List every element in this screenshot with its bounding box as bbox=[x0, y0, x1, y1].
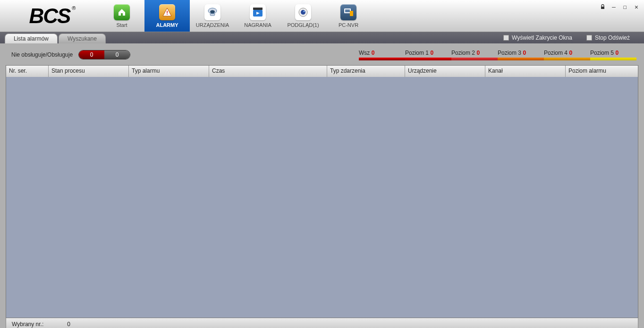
checkbox-icon bbox=[503, 35, 509, 41]
svg-rect-12 bbox=[601, 7, 604, 9]
home-icon bbox=[114, 4, 130, 20]
selected-label: Wybrany nr.: bbox=[12, 321, 43, 328]
alert-icon: ! bbox=[159, 4, 175, 20]
tab-wyszukane[interactable]: Wyszukane bbox=[59, 34, 106, 43]
svg-rect-11 bbox=[350, 11, 353, 16]
svg-point-7 bbox=[301, 10, 305, 15]
svg-rect-4 bbox=[253, 8, 263, 10]
level-4[interactable]: Poziom 4 0 bbox=[544, 50, 590, 60]
handle-toggle[interactable]: 0 0 bbox=[78, 50, 130, 59]
window-controls: — ☐ ✕ bbox=[599, 3, 640, 10]
col-typ-zdarzenia[interactable]: Typ zdarzenia bbox=[327, 66, 405, 77]
maximize-icon[interactable]: ☐ bbox=[621, 3, 629, 10]
level-3[interactable]: Poziom 3 0 bbox=[498, 50, 544, 60]
level-all-value: 0 bbox=[372, 50, 375, 56]
option-stop-label: Stop Odśwież bbox=[595, 34, 630, 41]
content-area: Nie obsługuje/Obsługuje 0 0 Wsz 0 Poziom… bbox=[0, 43, 644, 328]
nav-podglad-label: PODGLĄD(1) bbox=[287, 22, 319, 28]
col-typ-alarmu[interactable]: Typ alarmu bbox=[129, 66, 209, 77]
level-bar-icon bbox=[498, 58, 544, 60]
level-1[interactable]: Poziom 1 0 bbox=[405, 50, 451, 60]
selected-value: 0 bbox=[67, 321, 70, 328]
level-bar-icon bbox=[590, 58, 636, 60]
nav-alarmy[interactable]: ! ALARMY bbox=[144, 0, 190, 32]
svg-rect-3 bbox=[210, 14, 215, 16]
minimize-icon[interactable]: — bbox=[610, 3, 618, 10]
brand-logo: BCS ® bbox=[0, 0, 99, 32]
main-nav: Start ! ALARMY URZĄDZENIA NAGRANIA PODGL… bbox=[99, 0, 371, 32]
registered-icon: ® bbox=[72, 5, 75, 11]
handle-count-handled: 0 bbox=[104, 50, 130, 59]
level-2-label: Poziom 2 bbox=[451, 50, 475, 56]
nav-podglad[interactable]: PODGLĄD(1) bbox=[280, 0, 326, 32]
table-header: Nr. ser. Stan procesu Typ alarmu Czas Ty… bbox=[6, 66, 638, 77]
svg-point-8 bbox=[304, 10, 305, 12]
option-cover-label: Wyświetl Zakrycie Okna bbox=[512, 34, 572, 41]
checkbox-icon bbox=[586, 35, 592, 41]
level-all-label: Wsz bbox=[359, 50, 370, 56]
camera-icon bbox=[204, 4, 220, 20]
col-kanal[interactable]: Kanał bbox=[485, 66, 566, 77]
col-stan-procesu[interactable]: Stan procesu bbox=[49, 66, 129, 77]
option-cover-window[interactable]: Wyświetl Zakrycie Okna bbox=[503, 34, 572, 41]
level-1-label: Poziom 1 bbox=[405, 50, 429, 56]
tab-lista-alarmow[interactable]: Lista alarmów bbox=[5, 34, 58, 43]
top-toolbar: BCS ® Start ! ALARMY URZĄDZENIA N bbox=[0, 0, 644, 32]
level-indicators: Wsz 0 Poziom 1 0 Poziom 2 0 Poziom 3 0 P… bbox=[359, 50, 638, 60]
option-stop-refresh[interactable]: Stop Odśwież bbox=[586, 34, 630, 41]
level-4-label: Poziom 4 bbox=[544, 50, 568, 56]
monitor-icon bbox=[340, 4, 356, 20]
level-2-value: 0 bbox=[476, 50, 480, 56]
logo-name: BCS bbox=[29, 4, 70, 27]
nav-start-label: Start bbox=[116, 22, 127, 28]
level-5-value: 0 bbox=[615, 50, 619, 56]
lock-icon[interactable] bbox=[599, 3, 606, 10]
nav-alarmy-label: ALARMY bbox=[156, 22, 178, 28]
handle-count-unhandled: 0 bbox=[79, 50, 104, 59]
nav-pcnvr-label: PC-NVR bbox=[339, 22, 358, 28]
col-urzadzenie[interactable]: Urządzenie bbox=[405, 66, 485, 77]
filter-row: Nie obsługuje/Obsługuje 0 0 Wsz 0 Poziom… bbox=[6, 47, 638, 62]
table-body[interactable] bbox=[6, 77, 638, 318]
level-5-label: Poziom 5 bbox=[590, 50, 614, 56]
level-3-label: Poziom 3 bbox=[498, 50, 521, 56]
col-czas[interactable]: Czas bbox=[209, 66, 327, 77]
alarm-table: Nr. ser. Stan procesu Typ alarmu Czas Ty… bbox=[6, 65, 638, 318]
level-bar-icon bbox=[405, 58, 451, 60]
close-icon[interactable]: ✕ bbox=[633, 3, 640, 10]
level-all[interactable]: Wsz 0 bbox=[359, 50, 405, 60]
level-5[interactable]: Poziom 5 0 bbox=[590, 50, 636, 60]
logo-text: BCS ® bbox=[29, 4, 70, 28]
level-bar-icon bbox=[544, 58, 590, 60]
level-4-value: 0 bbox=[569, 50, 572, 56]
svg-rect-10 bbox=[345, 9, 350, 12]
status-bar: Wybrany nr.: 0 bbox=[6, 318, 638, 328]
toolbar-options: Wyświetl Zakrycie Okna Stop Odśwież bbox=[503, 34, 644, 41]
nav-urzadzenia[interactable]: URZĄDZENIA bbox=[190, 0, 235, 32]
nav-urzadzenia-label: URZĄDZENIA bbox=[196, 22, 229, 28]
col-poziom-alarmu[interactable]: Poziom alarmu bbox=[566, 66, 638, 77]
level-1-value: 0 bbox=[430, 50, 433, 56]
level-bar-icon bbox=[451, 58, 498, 60]
level-bar-icon bbox=[359, 58, 405, 60]
handle-label: Nie obsługuje/Obsługuje bbox=[11, 51, 73, 58]
nav-nagrania[interactable]: NAGRANIA bbox=[235, 0, 280, 32]
svg-point-2 bbox=[210, 10, 215, 13]
nav-start[interactable]: Start bbox=[99, 0, 144, 32]
clapper-icon bbox=[250, 4, 266, 20]
level-2[interactable]: Poziom 2 0 bbox=[451, 50, 498, 60]
nav-pcnvr[interactable]: PC-NVR bbox=[326, 0, 371, 32]
svg-text:!: ! bbox=[166, 10, 168, 16]
level-3-value: 0 bbox=[523, 50, 526, 56]
nav-nagrania-label: NAGRANIA bbox=[244, 22, 271, 28]
sub-toolbar: Lista alarmów Wyszukane Wyświetl Zakryci… bbox=[0, 32, 644, 43]
lens-icon bbox=[295, 4, 311, 20]
sub-tabs: Lista alarmów Wyszukane bbox=[5, 32, 107, 43]
col-nr-ser[interactable]: Nr. ser. bbox=[6, 66, 49, 77]
